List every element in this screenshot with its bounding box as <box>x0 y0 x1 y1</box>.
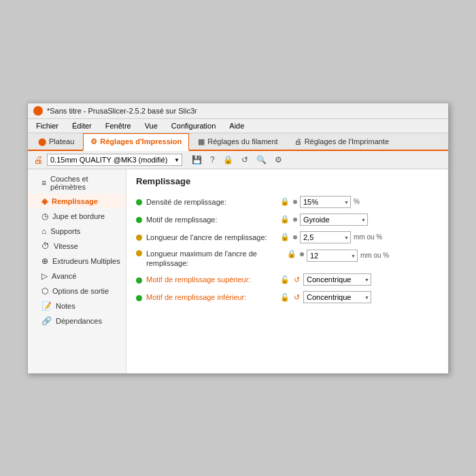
tab-filament[interactable]: ▦ Réglages du filament <box>190 133 285 150</box>
sidebar-item-notes[interactable]: 📝 Notes <box>28 299 126 313</box>
search-button[interactable]: 🔍 <box>254 154 269 166</box>
reset-motif-inf[interactable]: ↺ <box>293 293 301 302</box>
deps-icon: 🔗 <box>41 316 52 326</box>
param-row-motif-inf: Motif de remplissage inférieur: 🔓 ↺ Conc… <box>136 291 439 303</box>
support-icon: ⌂ <box>41 226 46 236</box>
param-row-longueur: Longueur de l'ancre de remplissage: 🔒 2,… <box>136 231 439 243</box>
select-motif-sup[interactable]: Concentrique <box>303 273 371 286</box>
param-row-densite: Densité de remplissage: 🔒 15% % <box>136 196 439 208</box>
sidebar-item-vitesse[interactable]: ⏱ Vitesse <box>28 239 126 254</box>
controls-densite: 🔒 15% % <box>279 196 439 208</box>
sidebar-item-jupe[interactable]: ◷ Jupe et bordure <box>28 209 126 224</box>
value-wrap-motif-sup: Concentrique <box>303 273 371 286</box>
settings-icon: ⚙ <box>90 137 97 146</box>
select-motif-inf[interactable]: Concentrique <box>303 291 371 303</box>
more-button[interactable]: ⚙ <box>272 154 285 166</box>
value-wrap-motif: Gyroide <box>300 214 368 226</box>
value-wrap-densite: 15% <box>300 196 351 208</box>
unit-densite: % <box>354 198 360 205</box>
sidebar-item-options[interactable]: ⬡ Options de sortie <box>28 284 126 299</box>
layers-icon: ≡ <box>41 178 46 188</box>
unit-longueur-max: mm ou % <box>360 252 389 259</box>
controls-longueur: 🔒 2,5 mm ou % <box>279 231 439 243</box>
window-title: *Sans titre - PrusaSlicer-2.5.2 basé sur… <box>47 107 197 115</box>
app-icon <box>33 106 43 116</box>
lock-densite[interactable]: 🔒 <box>279 197 290 206</box>
lock-motif-inf[interactable]: 🔓 <box>279 293 290 302</box>
label-densite: Densité de remplissage: <box>146 198 275 206</box>
extruder-icon: ⊕ <box>41 256 48 266</box>
select-motif[interactable]: Gyroide <box>300 214 368 226</box>
unit-longueur: mm ou % <box>354 233 382 241</box>
main-window: *Sans titre - PrusaSlicer-2.5.2 basé sur… <box>27 103 449 374</box>
label-motif-inf: Motif de remplissage inférieur: <box>146 293 275 301</box>
sidebar-item-remplissage[interactable]: ◈ Remplissage <box>28 194 126 209</box>
value-wrap-longueur-max: 12 <box>307 250 358 262</box>
sidebar-item-avance[interactable]: ▷ Avancé <box>28 269 126 284</box>
lock-longueur[interactable]: 🔒 <box>279 233 290 241</box>
dot-small-densite <box>293 200 297 204</box>
output-icon: ⬡ <box>41 286 48 296</box>
menu-vue[interactable]: Vue <box>142 120 160 131</box>
sidebar: ≡ Couches et périmètres ◈ Remplissage ◷ … <box>28 169 126 373</box>
save-button[interactable]: 💾 <box>189 154 205 166</box>
controls-motif: 🔒 Gyroide <box>279 214 439 226</box>
tab-impression[interactable]: ⚙ Réglages d'Impression <box>83 133 189 151</box>
menu-editer[interactable]: Éditer <box>69 120 95 131</box>
tabs-bar: ⬤ Plateau ⚙ Réglages d'Impression ▦ Régl… <box>28 133 448 151</box>
controls-motif-inf: 🔓 ↺ Concentrique <box>279 291 439 303</box>
content-area: Remplissage Densité de remplissage: 🔒 15… <box>126 169 448 373</box>
profile-icon: 🖨 <box>33 154 43 165</box>
menu-fenetre[interactable]: Fenêtre <box>103 120 134 131</box>
dot-motif-sup <box>136 277 142 284</box>
undo-button[interactable]: ↺ <box>239 154 251 166</box>
lock-motif[interactable]: 🔒 <box>279 215 290 224</box>
title-bar: *Sans titre - PrusaSlicer-2.5.2 basé sur… <box>28 103 448 119</box>
reset-motif-sup[interactable]: ↺ <box>293 275 301 284</box>
value-wrap-longueur: 2,5 <box>300 231 351 243</box>
main-content: ≡ Couches et périmètres ◈ Remplissage ◷ … <box>28 169 448 373</box>
param-row-motif-sup: Motif de remplissage supérieur: 🔓 ↺ Conc… <box>136 273 439 286</box>
section-title: Remplissage <box>136 176 439 189</box>
profile-select-wrapper: 0.15mm QUALITY @MK3 (modifié) <box>47 154 182 166</box>
tab-plateau[interactable]: ⬤ Plateau <box>31 133 82 150</box>
sidebar-item-dependances[interactable]: 🔗 Dépendances <box>28 313 126 328</box>
dot-longueur <box>136 235 142 241</box>
label-longueur-max: Longueur maximum de l'ancre de remplissa… <box>146 249 282 269</box>
tab-imprimante[interactable]: 🖨 Réglages de l'Imprimante <box>287 133 396 150</box>
advanced-icon: ▷ <box>41 271 48 281</box>
param-row-motif: Motif de remplissage: 🔒 Gyroide <box>136 214 439 226</box>
profile-select[interactable]: 0.15mm QUALITY @MK3 (modifié) <box>47 154 182 166</box>
sidebar-item-couches[interactable]: ≡ Couches et périmètres <box>28 172 126 194</box>
skirt-icon: ◷ <box>41 211 48 221</box>
filament-icon: ▦ <box>198 137 205 146</box>
dot-motif-inf <box>136 295 142 301</box>
value-wrap-motif-inf: Concentrique <box>303 291 371 303</box>
sidebar-item-extrudeurs[interactable]: ⊕ Extrudeurs Multiples <box>28 254 126 269</box>
fill-icon: ◈ <box>41 197 48 206</box>
lock-button[interactable]: 🔒 <box>220 154 236 166</box>
menu-fichier[interactable]: Fichier <box>33 120 61 131</box>
select-longueur-max[interactable]: 12 <box>307 250 358 262</box>
select-densite[interactable]: 15% <box>300 196 351 208</box>
toolbar-icons: 💾 ? 🔒 ↺ 🔍 ⚙ <box>189 154 285 166</box>
dot-small-motif <box>293 218 297 222</box>
speed-icon: ⏱ <box>41 241 50 251</box>
controls-motif-sup: 🔓 ↺ Concentrique <box>279 273 439 286</box>
controls-longueur-max: 🔒 12 mm ou % <box>286 249 439 262</box>
dot-small-longueur-max <box>300 252 304 256</box>
plateau-icon: ⬤ <box>38 137 46 146</box>
label-motif: Motif de remplissage: <box>146 216 275 224</box>
dot-densite <box>136 199 142 205</box>
sidebar-item-supports[interactable]: ⌂ Supports <box>28 224 126 239</box>
lock-motif-sup[interactable]: 🔓 <box>279 275 290 284</box>
label-motif-sup: Motif de remplissage supérieur: <box>146 275 275 284</box>
help-button[interactable]: ? <box>207 154 218 166</box>
menu-configuration[interactable]: Configuration <box>169 120 218 131</box>
select-longueur[interactable]: 2,5 <box>300 231 351 243</box>
lock-longueur-max[interactable]: 🔒 <box>286 250 297 258</box>
dot-motif <box>136 217 142 223</box>
menu-aide[interactable]: Aide <box>226 120 247 131</box>
param-row-longueur-max: Longueur maximum de l'ancre de remplissa… <box>136 249 439 269</box>
dot-small-longueur <box>293 235 297 239</box>
